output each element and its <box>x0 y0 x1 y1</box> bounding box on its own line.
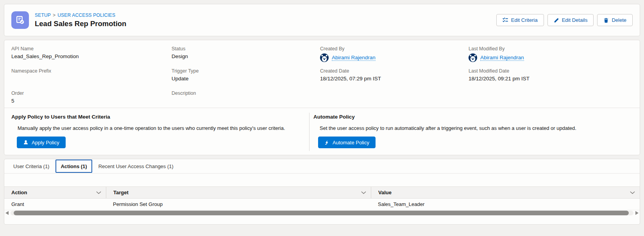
automate-policy-button[interactable]: Automate Policy <box>318 137 376 148</box>
page-title: Lead Sales Rep Promotion <box>35 20 126 28</box>
actions-table: Action Target Value Grant Permission Set <box>4 186 640 210</box>
field-label: Description <box>172 90 320 96</box>
column-header-value[interactable]: Value <box>371 187 640 198</box>
field-last-modified-date: Last Modified Date 18/12/2025, 09:21 pm … <box>469 68 640 90</box>
field-value: Design <box>172 53 320 60</box>
edit-criteria-button[interactable]: Edit Criteria <box>496 14 544 26</box>
field-label: Trigger Type <box>172 68 320 74</box>
field-value: 18/12/2025, 09:21 pm IST <box>469 76 640 82</box>
last-modified-by-user-link[interactable]: Abirami Rajendran <box>480 55 524 61</box>
apply-policy-panel-title: Apply Policy to Users that Meet Criteria <box>11 114 309 120</box>
field-label: Created By <box>320 46 469 51</box>
breadcrumb: SETUP > USER ACCESS POLICIES <box>35 12 126 18</box>
apply-policy-panel-description: Manually apply the user access policy in… <box>18 125 309 131</box>
column-header-action[interactable]: Action <box>4 187 106 198</box>
automate-policy-panel-description: Set the user access policy to run automa… <box>320 125 640 131</box>
automate-policy-panel: Automate Policy Set the user access poli… <box>309 113 640 151</box>
apply-policy-panel: Apply Policy to Users that Meet Criteria… <box>4 108 309 155</box>
apply-policy-button[interactable]: Apply Policy <box>17 137 66 148</box>
trash-icon <box>603 18 609 23</box>
details-column-3: Created By Abirami Rajendran Created <box>320 46 469 113</box>
chevron-down-icon[interactable] <box>361 191 366 194</box>
field-value: 18/12/2025, 07:29 pm IST <box>320 76 469 82</box>
automate-policy-label: Automate Policy <box>333 140 369 146</box>
header-action-buttons: Edit Criteria Edit Details Delete <box>496 14 633 26</box>
actions-table-header: Action Target Value <box>4 186 640 199</box>
field-trigger-type: Trigger Type Update <box>172 68 320 90</box>
edit-criteria-label: Edit Criteria <box>511 17 538 23</box>
delete-button[interactable]: Delete <box>597 14 633 26</box>
scrollbar-track[interactable] <box>11 211 633 215</box>
cell-target: Permission Set Group <box>106 199 371 210</box>
tab-bar: User Criteria (1) Actions (1) Recent Use… <box>4 159 640 174</box>
scrollbar-right-arrow[interactable] <box>635 211 639 215</box>
field-value: Lead_Sales_Rep_Promotion <box>11 53 172 60</box>
automate-policy-panel-title: Automate Policy <box>313 114 640 120</box>
policy-action-panels: Apply Policy to Users that Meet Criteria… <box>4 108 640 155</box>
edit-details-label: Edit Details <box>562 17 588 23</box>
policy-details-card: API Name Lead_Sales_Rep_Promotion Namesp… <box>4 40 640 155</box>
tab-user-criteria[interactable]: User Criteria (1) <box>8 159 54 173</box>
tab-recent-user-access-changes[interactable]: Recent User Access Changes (1) <box>93 159 179 173</box>
column-header-label: Action <box>11 190 27 195</box>
field-value: 5 <box>11 98 172 105</box>
delete-label: Delete <box>612 17 626 23</box>
user-access-policy-icon <box>11 11 29 29</box>
chevron-down-icon[interactable] <box>630 191 635 194</box>
avatar <box>320 53 329 62</box>
pencil-icon <box>554 18 559 23</box>
details-column-1: API Name Lead_Sales_Rep_Promotion Namesp… <box>11 46 172 113</box>
horizontal-scrollbar <box>5 210 639 216</box>
tab-actions[interactable]: Actions (1) <box>55 160 92 173</box>
field-created-by: Created By Abirami Rajendran <box>320 46 469 68</box>
field-label: Last Modified By <box>469 46 640 51</box>
field-api-name: API Name Lead_Sales_Rep_Promotion <box>11 46 172 68</box>
field-label: Last Modified Date <box>469 68 640 74</box>
field-value: Abirami Rajendran <box>469 53 640 62</box>
cell-value: Sales_Team_Leader <box>371 199 640 210</box>
details-column-4: Last Modified By Abirami Rajendran La <box>469 46 640 113</box>
field-value: Abirami Rajendran <box>320 53 469 62</box>
field-status: Status Design <box>172 46 320 68</box>
document-check-icon <box>15 15 25 25</box>
header-text: SETUP > USER ACCESS POLICIES Lead Sales … <box>35 12 126 28</box>
field-value: Update <box>172 76 320 82</box>
created-by-user-link[interactable]: Abirami Rajendran <box>332 55 376 61</box>
scrollbar-left-arrow[interactable] <box>5 211 9 215</box>
table-row: Grant Permission Set Group Sales_Team_Le… <box>4 199 640 210</box>
page-header-card: SETUP > USER ACCESS POLICIES Lead Sales … <box>4 4 640 36</box>
column-header-label: Value <box>378 190 392 195</box>
scrollbar-thumb[interactable] <box>14 211 629 215</box>
chevron-down-icon[interactable] <box>96 191 101 194</box>
criteria-list-icon <box>503 17 508 23</box>
breadcrumb-separator: > <box>53 12 55 18</box>
field-label: Namespace Prefix <box>11 68 172 74</box>
field-value <box>11 76 172 82</box>
field-label: Status <box>172 46 320 51</box>
field-value <box>172 98 320 105</box>
details-column-2: Status Design Trigger Type Update Descri… <box>172 46 320 113</box>
column-header-label: Target <box>113 190 129 195</box>
flow-bolt-icon <box>324 140 329 145</box>
field-namespace-prefix: Namespace Prefix <box>11 68 172 90</box>
person-icon <box>23 140 29 145</box>
cell-action: Grant <box>4 199 106 210</box>
field-label: Order <box>11 90 172 96</box>
breadcrumb-setup-link[interactable]: SETUP <box>35 12 51 18</box>
edit-details-button[interactable]: Edit Details <box>547 14 594 26</box>
column-header-target[interactable]: Target <box>106 187 371 198</box>
field-last-modified-by: Last Modified By Abirami Rajendran <box>469 46 640 68</box>
field-label: API Name <box>11 46 172 51</box>
field-created-date: Created Date 18/12/2025, 07:29 pm IST <box>320 68 469 90</box>
tabs-card: User Criteria (1) Actions (1) Recent Use… <box>4 159 640 225</box>
apply-policy-label: Apply Policy <box>32 140 59 146</box>
field-label: Created Date <box>320 68 469 74</box>
details-field-grid: API Name Lead_Sales_Rep_Promotion Namesp… <box>4 40 640 113</box>
avatar <box>469 53 477 62</box>
breadcrumb-user-access-policies-link[interactable]: USER ACCESS POLICIES <box>57 12 115 18</box>
